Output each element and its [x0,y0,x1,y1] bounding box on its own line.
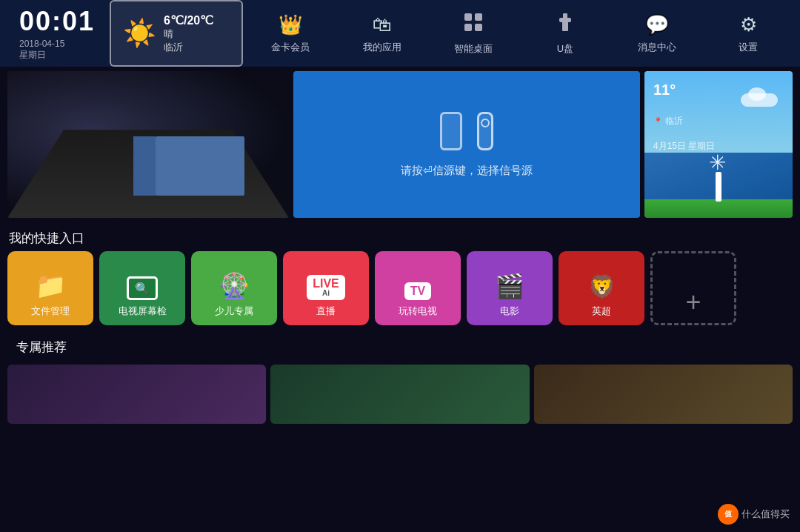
sun-icon: ☀️ [123,18,156,49]
weather-panel-city: 临沂 [653,115,784,127]
windmill-blades: ✳ [709,150,726,175]
folder-icon: 📁 [35,270,66,300]
nav-label-apps: 我的应用 [363,41,401,54]
weather-widget[interactable]: ☀️ 6℃/20℃ 晴 临沂 [110,0,243,67]
nav-item-settings[interactable]: ⚙ 设置 [704,0,793,67]
qa-add[interactable]: + [650,251,736,325]
source-icons [440,112,493,150]
exclusive-item-3[interactable] [534,365,793,424]
qa-files[interactable]: 📁 文件管理 [7,251,93,325]
remote-icon [477,112,493,150]
quick-access-section: 我的快捷入口 📁 文件管理 🔍 电视屏幕检 🎡 少儿专属 LIVE Ai 直播 [0,222,800,325]
gear-icon: ⚙ [740,13,757,36]
exclusive-title: 专属推荐 [7,331,793,360]
exclusive-row [7,365,793,424]
nav-label-desktop: 智能桌面 [454,42,493,56]
svg-rect-3 [475,24,482,31]
main-panels: 请按⏎信源键，选择信号源 11° 临沂 4月15日 星期日 ✳ [0,67,800,222]
qa-tv-label: 玩转电视 [399,305,437,318]
qa-premier-label: 英超 [592,305,611,318]
tv-icon: TV [404,282,431,300]
svg-rect-4 [562,21,568,31]
qa-premier[interactable]: 🦁 英超 [559,251,644,325]
plus-icon: + [685,289,701,316]
exclusive-item-2[interactable] [270,365,529,424]
svg-rect-2 [464,24,472,31]
exclusive-item-1[interactable] [7,365,266,424]
qa-screen-label: 电视屏幕检 [119,305,167,318]
live-icon: LIVE Ai [307,275,345,300]
video-feed [7,71,289,218]
weather-info: 6℃/20℃ 晴 临沂 [164,13,213,54]
qa-movie-label: 电影 [500,305,519,318]
clock-widget: 00:01 2018-04-15 星期日 [7,0,107,67]
source-text: 请按⏎信源键，选择信号源 [401,164,533,178]
nav-item-vip[interactable]: 👑 金卡会员 [246,0,335,67]
clock-date: 2018-04-15 [19,39,95,49]
nav-label-settings: 设置 [739,41,758,54]
watermark-text: 什么值得买 [741,508,790,521]
nav-item-desktop[interactable]: 智能桌面 [429,0,518,67]
camera-panel[interactable] [7,71,289,218]
top-nav: 👑 金卡会员 🛍 我的应用 智能桌面 [246,0,793,67]
apps-icon: 🛍 [373,13,392,36]
qa-kids[interactable]: 🎡 少儿专属 [191,251,277,325]
nav-item-usb[interactable]: U盘 [521,0,610,67]
watermark-logo: 值 [718,504,739,525]
message-icon: 💬 [645,13,669,36]
source-panel[interactable]: 请按⏎信源键，选择信号源 [293,71,640,218]
windmill-body [716,172,721,202]
screen-check-icon: 🔍 [127,276,158,300]
qa-live-label: 直播 [316,305,336,318]
qa-files-label: 文件管理 [31,305,70,318]
qa-tv[interactable]: TV 玩转电视 [375,251,461,325]
weather-panel-date: 4月15日 星期日 [653,140,715,153]
exclusive-section: 专属推荐 [0,325,800,424]
premier-icon: 🦁 [587,272,616,300]
qa-live[interactable]: LIVE Ai 直播 [283,251,369,325]
movie-icon: 🎬 [495,272,524,300]
weather-desc: 晴 [164,27,213,41]
weather-temp: 6℃/20℃ [164,13,213,27]
watermark: 值 什么值得买 [718,504,790,525]
desktop-icon [463,12,484,38]
clock-time: 00:01 [19,6,95,37]
clock-day: 星期日 [19,49,95,61]
quick-access-grid: 📁 文件管理 🔍 电视屏幕检 🎡 少儿专属 LIVE Ai 直播 [0,251,800,325]
nav-item-apps[interactable]: 🛍 我的应用 [338,0,427,67]
ground [644,199,793,218]
nav-label-vip: 金卡会员 [271,41,310,54]
quick-access-title: 我的快捷入口 [0,222,800,251]
scene-truck [156,136,244,196]
qa-movie[interactable]: 🎬 电影 [467,251,553,325]
top-bar: 00:01 2018-04-15 星期日 ☀️ 6℃/20℃ 晴 临沂 👑 金卡… [0,0,800,67]
weather-scene: ✳ [644,159,793,218]
weather-panel[interactable]: 11° 临沂 4月15日 星期日 ✳ [644,71,793,218]
svg-rect-0 [464,13,472,21]
crown-icon: 👑 [279,13,302,36]
nav-item-message[interactable]: 💬 消息中心 [613,0,701,67]
phone-icon [440,112,462,150]
nav-label-usb: U盘 [557,42,573,56]
lion-icon: 🦁 [588,273,616,299]
weather-city: 临沂 [164,41,213,54]
qa-kids-label: 少儿专属 [215,305,253,318]
svg-rect-1 [475,13,482,21]
svg-rect-6 [563,13,567,19]
usb-icon [556,12,574,38]
qa-screen-check[interactable]: 🔍 电视屏幕检 [99,251,185,325]
nav-label-message: 消息中心 [638,41,676,54]
pinwheel-icon: 🎡 [219,270,250,300]
weather-panel-temperature: 11° [653,80,784,112]
